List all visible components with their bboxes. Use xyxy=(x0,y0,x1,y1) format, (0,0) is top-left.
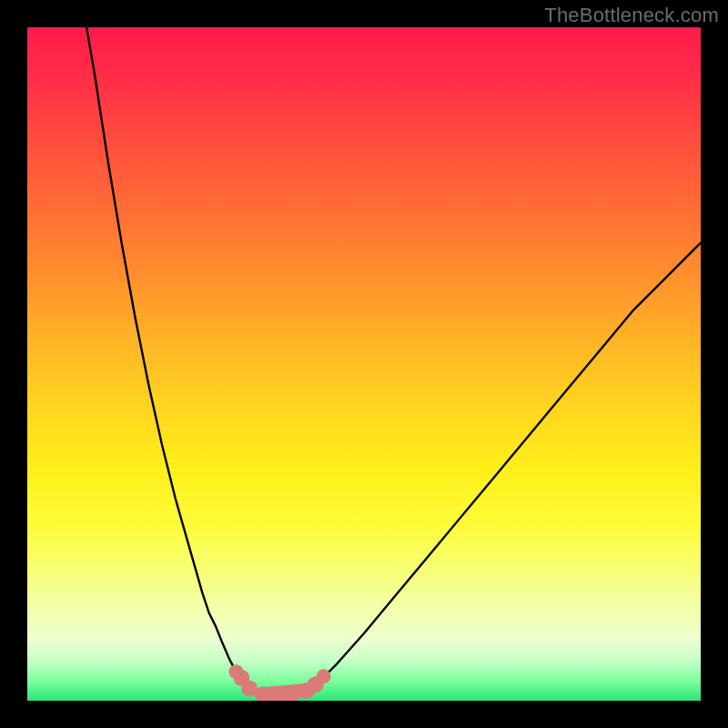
plot-area xyxy=(27,27,701,701)
bottleneck-curve xyxy=(86,27,701,695)
curve-svg xyxy=(27,27,701,701)
watermark-text: TheBottleneck.com xyxy=(544,4,719,27)
curve-path xyxy=(86,27,701,695)
trough-marker xyxy=(317,669,331,683)
chart-frame: TheBottleneck.com xyxy=(0,0,728,728)
trough-markers xyxy=(228,664,330,701)
